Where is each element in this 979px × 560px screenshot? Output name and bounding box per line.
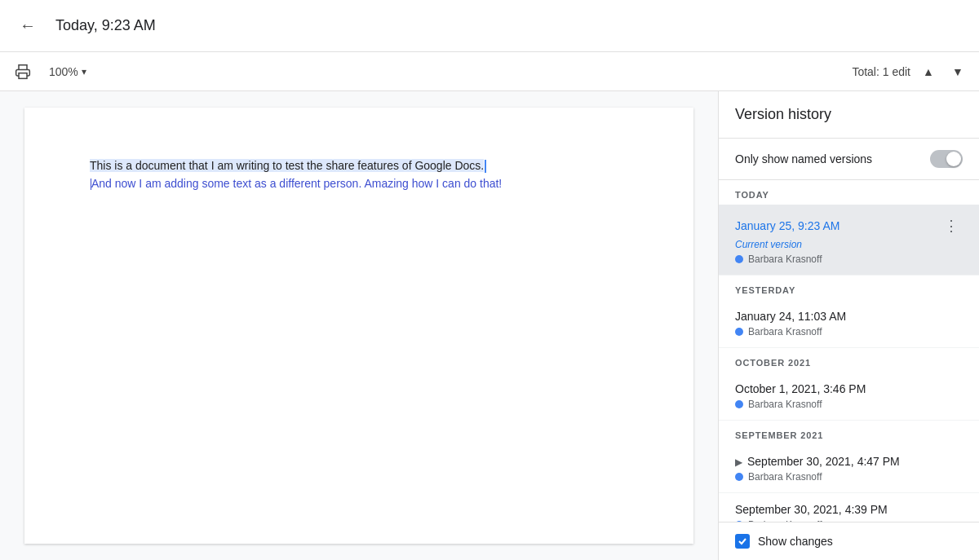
main-area: This is a document that I am writing to … xyxy=(0,91,979,560)
show-changes-label: Show changes xyxy=(758,535,833,548)
expand-arrow-icon: ▶ xyxy=(735,456,742,468)
zoom-control[interactable]: 100% ▾ xyxy=(42,62,93,82)
svg-rect-0 xyxy=(19,73,27,78)
version-history-panel: Version history Only show named versions… xyxy=(718,91,979,560)
show-changes-checkbox[interactable] xyxy=(735,534,750,549)
version-date: October 1, 2021, 3:46 PM xyxy=(735,382,866,395)
author-name: Barbara Krasnoff xyxy=(748,399,822,410)
doc-text-line1: This is a document that I am writing to … xyxy=(90,159,484,172)
version-item[interactable]: ▶September 30, 2021, 4:47 PM Barbara Kra… xyxy=(719,445,979,493)
author-name: Barbara Krasnoff xyxy=(748,519,822,522)
author-dot xyxy=(735,473,743,481)
zoom-dropdown-icon: ▾ xyxy=(82,66,86,77)
version-author-row: Barbara Krasnoff xyxy=(735,471,963,483)
version-list: TODAY January 25, 9:23 AM ⋮ Current vers… xyxy=(719,180,979,522)
named-versions-label: Only show named versions xyxy=(735,152,872,165)
version-item[interactable]: January 25, 9:23 AM ⋮ Current version Ba… xyxy=(719,205,979,276)
version-item-header: ▶September 30, 2021, 4:47 PM xyxy=(735,455,963,468)
version-date: ▶September 30, 2021, 4:47 PM xyxy=(735,455,900,468)
version-current-label: Current version xyxy=(735,239,963,250)
author-dot xyxy=(735,521,743,522)
text-cursor xyxy=(485,160,486,173)
author-dot xyxy=(735,400,743,408)
total-edits: Total: 1 edit xyxy=(852,65,910,78)
toolbar-left: 100% ▾ xyxy=(10,59,93,85)
version-panel-title: Version history xyxy=(735,106,831,122)
version-author-row: Barbara Krasnoff xyxy=(735,326,963,337)
author-name: Barbara Krasnoff xyxy=(748,254,822,265)
version-date: September 30, 2021, 4:39 PM xyxy=(735,503,888,516)
version-item[interactable]: September 30, 2021, 4:39 PM Barbara Kras… xyxy=(719,493,979,522)
named-versions-toggle[interactable] xyxy=(930,150,963,168)
version-author-row: Barbara Krasnoff xyxy=(735,254,963,265)
nav-up-button[interactable]: ▲ xyxy=(917,60,940,83)
zoom-label: 100% xyxy=(49,65,78,78)
group-label-today: TODAY xyxy=(719,180,979,205)
version-item-header: January 24, 11:03 AM xyxy=(735,310,963,323)
version-item-header: October 1, 2021, 3:46 PM xyxy=(735,382,963,395)
version-item[interactable]: October 1, 2021, 3:46 PM Barbara Krasnof… xyxy=(719,373,979,421)
author-name: Barbara Krasnoff xyxy=(748,326,822,337)
print-button[interactable] xyxy=(10,59,36,85)
group-label-sep2021: SEPTEMBER 2021 xyxy=(719,421,979,445)
version-item-header: September 30, 2021, 4:39 PM xyxy=(735,503,963,516)
doc-area: This is a document that I am writing to … xyxy=(0,91,718,560)
author-dot xyxy=(735,255,743,263)
back-arrow-icon: ← xyxy=(20,16,36,35)
version-panel-header: Version history xyxy=(719,91,979,139)
show-changes-footer: Show changes xyxy=(719,522,979,560)
group-label-oct2021: OCTOBER 2021 xyxy=(719,348,979,373)
version-date: January 25, 9:23 AM xyxy=(735,219,839,232)
version-item-header: January 25, 9:23 AM ⋮ xyxy=(735,214,963,237)
version-date: January 24, 11:03 AM xyxy=(735,310,846,323)
version-author-row: Barbara Krasnoff xyxy=(735,399,963,410)
doc-title: Today, 9:23 AM xyxy=(55,17,156,34)
group-label-yesterday: YESTERDAY xyxy=(719,276,979,300)
toggle-knob xyxy=(946,152,961,166)
back-button[interactable]: ← xyxy=(13,11,42,41)
doc-text-line2: And now I am adding some text as a diffe… xyxy=(91,177,502,190)
author-dot xyxy=(735,328,743,336)
top-bar: ← Today, 9:23 AM xyxy=(0,0,979,52)
version-menu-button[interactable]: ⋮ xyxy=(940,214,963,237)
doc-page: This is a document that I am writing to … xyxy=(24,108,693,544)
version-author-row: Barbara Krasnoff xyxy=(735,519,963,522)
version-item[interactable]: January 24, 11:03 AM Barbara Krasnoff xyxy=(719,300,979,348)
toolbar: 100% ▾ Total: 1 edit ▲ ▼ xyxy=(0,52,979,91)
nav-down-button[interactable]: ▼ xyxy=(946,60,969,83)
named-versions-row: Only show named versions xyxy=(719,139,979,180)
toolbar-right: Total: 1 edit ▲ ▼ xyxy=(852,60,969,83)
author-name: Barbara Krasnoff xyxy=(748,471,822,483)
